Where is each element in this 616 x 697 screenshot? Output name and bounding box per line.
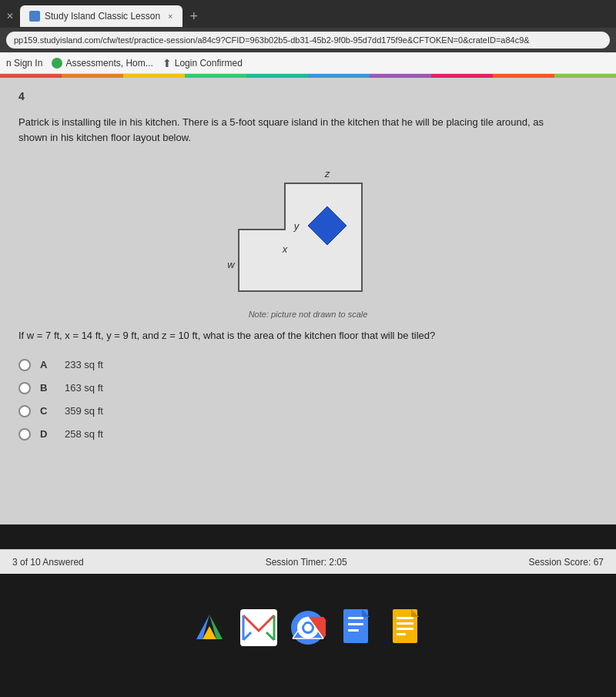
question-section: 4 Patrick is installing tile in his kitc… — [0, 78, 616, 464]
diagram-container: z y x w Note: picture not drawn to scale — [18, 160, 598, 319]
radio-b[interactable] — [18, 382, 31, 394]
active-tab[interactable]: Study Island Classic Lesson × — [20, 5, 182, 27]
floor-plan-svg: z y x w — [208, 160, 408, 307]
login-icon: ⬆ — [162, 57, 172, 69]
tab-favicon — [29, 11, 40, 22]
taskbar-sheets-icon[interactable] — [388, 609, 425, 646]
taskbar-gmail-icon[interactable] — [240, 609, 277, 646]
question-number: 4 — [18, 90, 598, 102]
browser-chrome: ✕ Study Island Classic Lesson × + pp159.… — [0, 0, 616, 78]
answer-row-a: A 233 sq ft — [18, 359, 598, 371]
timer-text: Session Timer: 2:05 — [266, 557, 347, 568]
login-label: Login Confirmed — [175, 58, 243, 69]
svg-rect-26 — [348, 629, 359, 632]
progress-text: 3 of 10 Answered — [12, 557, 84, 568]
radio-d[interactable] — [18, 428, 31, 441]
choice-label-c: C — [40, 405, 55, 417]
svg-text:z: z — [324, 168, 330, 179]
window-close-icon[interactable]: ✕ — [6, 11, 14, 22]
taskbar — [0, 574, 616, 697]
bookmark-sign-in[interactable]: n Sign In — [6, 58, 42, 69]
radio-a[interactable] — [18, 359, 31, 371]
content-area: 4 Patrick is installing tile in his kitc… — [0, 78, 616, 524]
assessments-label: Assessments, Hom... — [65, 58, 152, 69]
answer-row-d: D 258 sq ft — [18, 428, 598, 441]
choice-value-c: 359 sq ft — [65, 405, 103, 417]
svg-rect-31 — [397, 628, 413, 630]
choice-value-d: 258 sq ft — [65, 428, 103, 440]
svg-marker-2 — [239, 183, 362, 291]
status-bar: 3 of 10 Answered Session Timer: 2:05 Ses… — [0, 549, 616, 574]
choice-label-a: A — [40, 359, 55, 370]
assessments-icon — [52, 58, 62, 69]
address-bar[interactable]: pp159.studyisland.com/cfw/test/practice-… — [6, 32, 610, 49]
svg-text:x: x — [282, 243, 288, 255]
tab-bar: ✕ Study Island Classic Lesson × + — [0, 0, 616, 28]
bookmark-assessments[interactable]: Assessments, Hom... — [52, 58, 152, 69]
diagram-note: Note: picture not drawn to scale — [249, 310, 368, 319]
answer-choices: A 233 sq ft B 163 sq ft C 359 sq ft D 25… — [18, 359, 598, 441]
svg-rect-24 — [348, 617, 363, 619]
question-text: Patrick is installing tile in his kitche… — [18, 115, 573, 145]
svg-rect-30 — [397, 622, 413, 625]
sign-in-label: n Sign In — [6, 58, 42, 69]
taskbar-drive-icon[interactable] — [191, 609, 228, 646]
choice-label-b: B — [40, 382, 55, 394]
choice-label-d: D — [40, 428, 55, 440]
address-text: pp159.studyisland.com/cfw/test/practice-… — [14, 35, 530, 45]
diagram-wrapper: z y x w — [208, 160, 408, 307]
choice-value-a: 233 sq ft — [65, 359, 103, 370]
score-text: Session Score: 67 — [529, 557, 604, 568]
svg-rect-32 — [397, 633, 406, 635]
svg-point-22 — [304, 624, 312, 632]
bookmarks-bar: n Sign In Assessments, Hom... ⬆ Login Co… — [0, 52, 616, 74]
choice-value-b: 163 sq ft — [65, 382, 103, 394]
radio-c[interactable] — [18, 405, 31, 417]
taskbar-docs-icon[interactable] — [339, 609, 376, 646]
svg-text:w: w — [227, 259, 236, 270]
tab-label: Study Island Classic Lesson — [45, 11, 160, 22]
tab-close-button[interactable]: × — [168, 12, 172, 21]
bookmark-login[interactable]: ⬆ Login Confirmed — [162, 57, 243, 69]
new-tab-button[interactable]: + — [186, 9, 203, 23]
taskbar-chrome-icon[interactable] — [290, 609, 326, 646]
address-bar-row: pp159.studyisland.com/cfw/test/practice-… — [0, 28, 616, 52]
answer-row-b: B 163 sq ft — [18, 382, 598, 394]
svg-rect-25 — [348, 623, 363, 625]
condition-text: If w = 7 ft, x = 14 ft, y = 9 ft, and z … — [18, 328, 598, 343]
svg-rect-29 — [397, 617, 413, 619]
answer-row-c: C 359 sq ft — [18, 405, 598, 417]
